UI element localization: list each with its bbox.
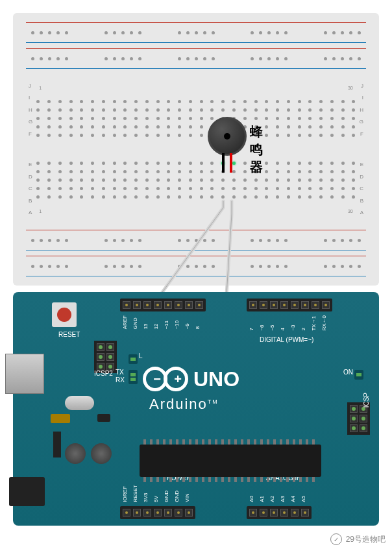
power-jack (9, 477, 45, 506)
pin-A5 (301, 509, 309, 517)
board-name: UNO (193, 367, 239, 391)
pin-A3 (280, 509, 288, 517)
digital-labels-left: AREFGND1312~11~10~98 (122, 315, 201, 329)
pin-~3 (291, 301, 299, 309)
buzzer-component: 蜂鸣器 (208, 117, 247, 156)
buzzer-leg-negative (222, 153, 225, 173)
led-txrx (129, 370, 138, 384)
pin-A0 (249, 509, 257, 517)
row-labels-right: J I H G F E D C B A (357, 78, 366, 221)
led-on (354, 370, 363, 380)
buzzer-annotation: 蜂鸣器 (250, 123, 263, 176)
power-rail-bottom-b: for(let g=0;g<5;g++){document.write('<di… (26, 253, 366, 279)
led-rx-label: RX (116, 376, 125, 384)
pin-~11 (164, 301, 172, 309)
wiring-diagram: for(let g=0;g<5;g++){document.write('<di… (0, 0, 392, 549)
pin-RX←0 (322, 301, 330, 309)
analog-header (247, 506, 312, 519)
pin-3V3 (143, 509, 151, 517)
smd-component (97, 414, 110, 422)
icsp-label: ICSP (363, 393, 370, 408)
pin-13 (143, 301, 151, 309)
wechat-icon: ✓ (330, 533, 342, 545)
arduino-logo: − + UNO (143, 367, 239, 391)
capacitor (65, 443, 86, 464)
pin-AREF (123, 301, 130, 309)
brand-text: ArduinoTM (149, 396, 219, 413)
pin-8 (195, 301, 203, 309)
row-labels-left: J I H G F E D C B A (26, 78, 35, 221)
infinity-icon: − + (143, 367, 188, 391)
analog-labels: A0A1A2A3A4A5 (249, 496, 307, 502)
digital-header-right (247, 299, 332, 311)
watermark-text: 29号造物吧 (346, 534, 386, 545)
polyfuse (51, 414, 70, 423)
power-rail-bottom-a: for(let g=0;g<5;g++){document.write('<di… (26, 227, 366, 253)
digital-section-label: DIGITAL (PWM=~) (260, 336, 313, 343)
reset-label: RESET (58, 331, 80, 338)
pin-TX→1 (312, 301, 319, 309)
led-tx-label: TX (116, 369, 124, 376)
pin-7 (249, 301, 257, 309)
pin-4 (280, 301, 288, 309)
pin-GND (175, 509, 182, 517)
arduino-uno-board: RESET ICSP2 ICSP L TX RX ON AREFGND1312~… (13, 292, 379, 526)
breadboard-tie-points: J I H G F E D C B A 130 130 J I (26, 78, 366, 221)
power-rail-top-b: for(let g=0;g<5;g++){document.write('<di… (26, 45, 366, 71)
led-l-label: L (139, 352, 143, 360)
pin-A1 (260, 509, 267, 517)
pin-GND (133, 301, 141, 309)
pin-~9 (185, 301, 193, 309)
pin-12 (154, 301, 162, 309)
pin-VIN (185, 509, 193, 517)
power-labels: IOREFRESET3V35VGNDGNDVIN (122, 485, 191, 502)
voltage-regulator (53, 432, 61, 458)
digital-labels-right: 7~6~54~32TX→1RX←0 (249, 315, 328, 331)
pin-RESET (133, 509, 141, 517)
reset-button (52, 302, 77, 327)
crystal-oscillator (65, 396, 94, 410)
atmega-chip (140, 445, 321, 477)
digital-header-left (120, 299, 206, 311)
icsp2-header (94, 341, 117, 373)
watermark: ✓ 29号造物吧 (330, 533, 386, 545)
buzzer-body (208, 117, 247, 156)
pin-~5 (270, 301, 278, 309)
pin-5V (154, 509, 162, 517)
pin-A4 (291, 509, 299, 517)
power-rail-top-a: for(let g=0;g<5;g++){document.write('<di… (26, 19, 366, 45)
pin-~6 (260, 301, 267, 309)
power-header (120, 506, 195, 519)
breadboard: for(let g=0;g<5;g++){document.write('<di… (13, 13, 379, 286)
pin-A2 (270, 509, 278, 517)
buzzer-leg-positive (230, 153, 232, 173)
usb-port (5, 354, 44, 394)
led-on-label: ON (343, 369, 353, 376)
pin-IOREF (123, 509, 130, 517)
pin-~10 (175, 301, 182, 309)
capacitor (91, 443, 112, 464)
icsp2-label: ICSP2 (94, 370, 113, 377)
pin-2 (301, 301, 309, 309)
pin-GND (164, 509, 172, 517)
led-l (129, 354, 138, 364)
